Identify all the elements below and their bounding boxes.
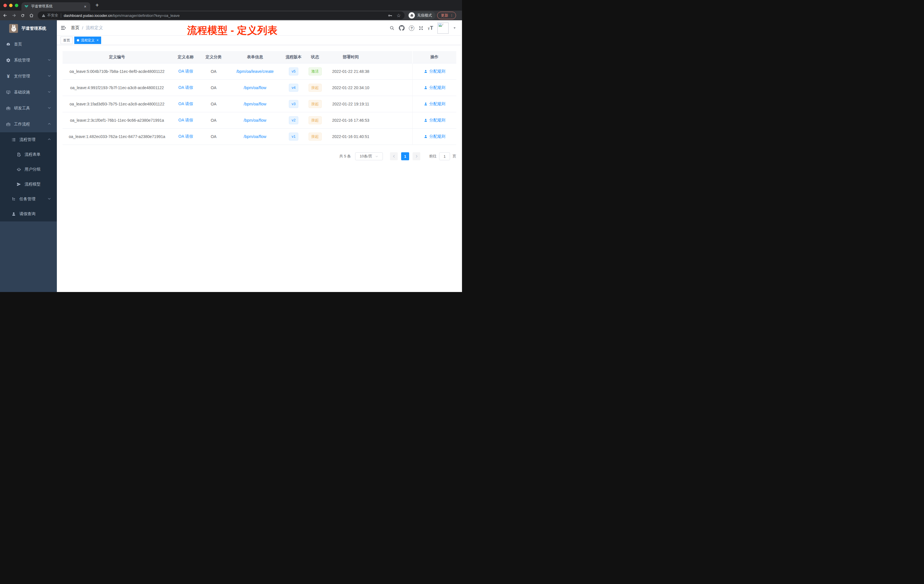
assign-rule-label: 分配规则 (429, 101, 446, 107)
gear-icon (6, 58, 11, 63)
cell-action: 分配规则 (412, 63, 456, 79)
browser-tab[interactable]: 芋道管理系统 × (21, 2, 90, 11)
maximize-window-button[interactable] (15, 4, 18, 7)
toolbox-icon (6, 106, 11, 111)
fixed-column-divider (412, 51, 413, 63)
tag-item[interactable]: 首页 (61, 36, 73, 44)
form-info-link[interactable]: /bpm/oa/leave/create (236, 69, 274, 74)
form-info-link[interactable]: /bpm/oa/flow (244, 102, 266, 106)
definition-name-link[interactable]: OA 请假 (178, 134, 193, 139)
current-page[interactable]: 1 (401, 152, 409, 160)
status-badge: 挂起 (309, 84, 322, 92)
breadcrumb-home[interactable]: 首页 (71, 25, 79, 31)
cell-action: 分配规则 (412, 80, 456, 96)
tag-close-icon[interactable]: × (97, 38, 99, 42)
form-info-link[interactable]: /bpm/oa/flow (244, 118, 266, 122)
incognito-label: 无痕模式 (417, 13, 432, 18)
sidebar-item-monitor[interactable]: 基础设施 (0, 84, 57, 100)
content-area: 首页 / 流程定义 流程模型 - 定义列表 ? TT 首页流程定义× 定义编号定 (57, 20, 462, 292)
cell-category: OA (200, 63, 227, 79)
org-icon (12, 197, 16, 201)
form-info-link[interactable]: /bpm/oa/flow (244, 134, 266, 139)
cell-action: 分配规则 (412, 96, 456, 112)
definition-table: 定义编号定义名称定义分类表单信息流程版本状态部署时间操作oa_leave:5:0… (63, 51, 456, 145)
status-badge: 挂起 (309, 116, 322, 124)
search-icon[interactable] (389, 25, 394, 31)
cell-form: /bpm/oa/flow (227, 80, 283, 96)
sidebar-item-robot[interactable]: 用户分组 (0, 162, 57, 177)
assign-rule-link[interactable]: 分配规则 (424, 101, 446, 107)
assign-rule-label: 分配规则 (429, 118, 446, 123)
definition-name-link[interactable]: OA 请假 (178, 101, 193, 107)
home-icon[interactable] (29, 13, 34, 18)
browser-toolbar: 不安全 dashboard.yudao.iocoder.cn/bpm/manag… (0, 11, 462, 20)
cell-form: /bpm/oa/leave/create (227, 63, 283, 79)
sidebar-item-label: 请假查询 (20, 211, 35, 216)
cell-category: OA (200, 96, 227, 112)
fixed-column-divider (412, 63, 412, 145)
column-header-time: 部署时间 (326, 51, 376, 63)
sidebar-item-user[interactable]: 请假查询 (0, 206, 57, 221)
sidebar-item-dashboard[interactable]: 首页 (0, 36, 57, 52)
help-icon[interactable]: ? (409, 25, 414, 31)
cell-action: 分配规则 (412, 129, 456, 145)
definition-name-link[interactable]: OA 请假 (178, 69, 193, 74)
tab-close-icon[interactable]: × (83, 4, 87, 9)
url-host: dashboard.yudao.iocoder.cn (64, 13, 112, 18)
sidebar-item-briefcase[interactable]: 工作流程 (0, 116, 57, 132)
font-size-icon[interactable]: TT (428, 25, 433, 31)
sidebar-item-yen[interactable]: ¥支付管理 (0, 68, 57, 84)
back-icon[interactable] (3, 13, 8, 18)
page-annotation: 流程模型 - 定义列表 (187, 24, 278, 37)
form-info-link[interactable]: /bpm/oa/flow (244, 86, 266, 90)
avatar-caret-down-icon[interactable] (453, 26, 456, 30)
column-header-category: 定义分类 (200, 51, 227, 63)
sidebar-item-label: 基础设施 (14, 90, 30, 95)
new-tab-button[interactable]: + (93, 2, 101, 9)
sidebar-menu: 首页系统管理¥支付管理基础设施研发工具工作流程流程管理流程表单用户分组流程模型任… (0, 36, 57, 221)
sidebar-logo[interactable]: 芋道管理系统 (0, 20, 57, 36)
cell-version: v3 (283, 96, 304, 112)
assign-rule-link[interactable]: 分配规则 (424, 134, 446, 139)
user-avatar[interactable] (437, 23, 449, 34)
goto-page-input[interactable] (439, 152, 450, 160)
fullscreen-icon[interactable] (419, 26, 423, 31)
tag-label: 流程定义 (81, 38, 94, 43)
page-scrollbar[interactable] (460, 20, 462, 292)
forward-icon[interactable] (12, 13, 16, 18)
cell-id: oa_leave:1:482ec033-762a-11ec-8477-a2380… (63, 129, 172, 145)
minimize-window-button[interactable] (9, 4, 13, 7)
assign-rule-link[interactable]: 分配规则 (424, 69, 446, 74)
reload-icon[interactable] (20, 13, 25, 18)
tag-active[interactable]: 流程定义× (74, 36, 101, 44)
address-bar[interactable]: 不安全 dashboard.yudao.iocoder.cn/bpm/manag… (38, 12, 404, 20)
sidebar-item-send[interactable]: 流程模型 (0, 177, 57, 192)
assign-rule-link[interactable]: 分配规则 (424, 118, 446, 123)
yen-icon: ¥ (6, 74, 11, 79)
github-icon[interactable] (399, 25, 404, 31)
update-label: 更新 (441, 13, 448, 18)
prev-page-button[interactable] (390, 152, 398, 160)
sidebar-fold-icon[interactable] (60, 25, 66, 31)
next-page-button[interactable] (412, 152, 420, 160)
sidebar-item-label: 工作流程 (14, 122, 30, 127)
definition-name-link[interactable]: OA 请假 (178, 85, 193, 90)
sidebar-item-form[interactable]: 流程表单 (0, 147, 57, 162)
table-row: oa_leave:5:004b710b-7b8a-11ec-8ef0-acde4… (63, 63, 456, 80)
sidebar-item-gear[interactable]: 系统管理 (0, 52, 57, 68)
sidebar-item-tree-list[interactable]: 流程管理 (0, 132, 57, 147)
tag-label: 首页 (63, 38, 70, 43)
bookmark-star-icon[interactable]: ☆ (396, 13, 401, 18)
browser-menu-dots-icon[interactable] (450, 13, 454, 17)
sidebar-item-label: 任务管理 (20, 196, 35, 202)
sidebar-item-org[interactable]: 任务管理 (0, 192, 57, 206)
page-size-select[interactable]: 10条/页 (355, 152, 383, 160)
assign-rule-link[interactable]: 分配规则 (424, 85, 446, 90)
browser-update-button[interactable]: 更新 (437, 12, 456, 19)
close-window-button[interactable] (3, 4, 7, 7)
cell-spacer (376, 80, 412, 96)
key-icon[interactable] (388, 13, 393, 18)
sidebar-item-toolbox[interactable]: 研发工具 (0, 100, 57, 116)
definition-name-link[interactable]: OA 请假 (178, 118, 193, 123)
cell-name: OA 请假 (172, 112, 200, 128)
